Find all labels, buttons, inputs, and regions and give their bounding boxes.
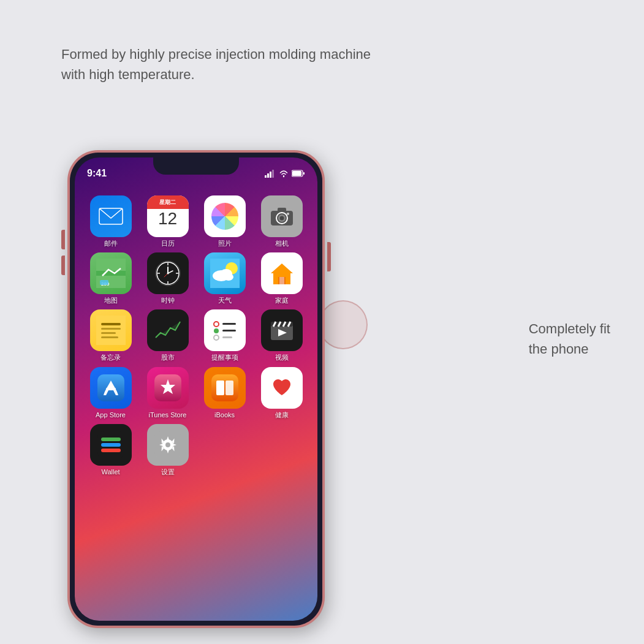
weather-label: 天气: [218, 297, 232, 305]
status-icons: [265, 170, 305, 178]
description-text: Formed by highly precise injection moldi…: [61, 44, 380, 85]
stocks-label: 股市: [161, 354, 175, 362]
svg-rect-58: [106, 388, 116, 390]
home-label: 家庭: [275, 297, 289, 305]
app-item-calendar[interactable]: 星期二 12 日历: [141, 195, 194, 248]
svg-point-33: [224, 273, 233, 281]
svg-rect-69: [101, 449, 121, 452]
videos-icon: [261, 309, 303, 351]
svg-rect-40: [101, 336, 118, 338]
svg-rect-35: [278, 277, 286, 284]
photos-icon: [204, 195, 246, 237]
svg-rect-2: [270, 172, 271, 178]
svg-rect-37: [101, 323, 121, 325]
fit-circle: [319, 300, 368, 349]
reminders-label: 提醒事项: [211, 354, 238, 362]
settings-label: 设置: [161, 468, 175, 476]
mail-label: 邮件: [104, 240, 118, 248]
svg-point-28: [167, 273, 169, 275]
app-item-reminders[interactable]: 提醒事项: [198, 309, 251, 362]
svg-rect-3: [272, 170, 274, 178]
svg-point-14: [287, 213, 289, 215]
app-item-notes[interactable]: 备忘录: [84, 309, 137, 362]
camera-icon: [261, 195, 303, 237]
health-icon: [261, 367, 303, 409]
svg-point-44: [214, 328, 219, 333]
wallet-icon: [90, 424, 132, 466]
health-label: 健康: [275, 411, 289, 419]
app-item-itunes[interactable]: iTunes Store: [141, 367, 194, 419]
clock-label: 时钟: [161, 297, 175, 305]
app-item-weather[interactable]: 天气: [198, 252, 251, 305]
wallet-label: Wallet: [101, 468, 119, 476]
app-item-videos[interactable]: 视频: [255, 309, 308, 362]
app-item-camera[interactable]: 相机: [255, 195, 308, 248]
svg-rect-18: [100, 280, 108, 285]
svg-rect-36: [96, 316, 126, 345]
clock-icon: [147, 252, 189, 294]
mail-icon: [90, 195, 132, 237]
svg-rect-47: [222, 330, 236, 331]
svg-rect-6: [292, 171, 301, 176]
svg-rect-39: [101, 332, 116, 334]
svg-rect-62: [216, 381, 224, 395]
svg-rect-63: [225, 381, 233, 395]
app-item-stocks[interactable]: 股市: [141, 309, 194, 362]
app-item-mail[interactable]: 邮件: [84, 195, 137, 248]
phone-bezel: 9:41: [70, 153, 322, 626]
videos-label: 视频: [275, 354, 289, 362]
calendar-icon: 星期二 12: [147, 195, 189, 237]
svg-rect-38: [101, 328, 121, 330]
app-item-clock[interactable]: 时钟: [141, 252, 194, 305]
battery-icon: [292, 170, 305, 177]
itunes-label: iTunes Store: [149, 411, 187, 419]
app-item-appstore[interactable]: App Store: [84, 367, 137, 419]
svg-point-13: [279, 216, 284, 221]
app-item-wallet[interactable]: Wallet: [84, 424, 137, 476]
svg-rect-68: [101, 443, 121, 447]
svg-rect-48: [222, 336, 232, 338]
phone-device: 9:41: [67, 150, 325, 628]
stocks-icon: [147, 309, 189, 351]
app-item-health[interactable]: 健康: [255, 367, 308, 419]
app-item-home[interactable]: 家庭: [255, 252, 308, 305]
notes-label: 备忘录: [100, 354, 121, 362]
volume-up-button[interactable]: [61, 230, 65, 249]
photos-label: 照片: [218, 240, 232, 248]
svg-rect-67: [101, 438, 121, 441]
ibooks-icon: [204, 367, 246, 409]
svg-rect-1: [267, 173, 269, 178]
svg-rect-46: [222, 323, 236, 325]
settings-icon: [147, 424, 189, 466]
weather-icon: [204, 252, 246, 294]
appstore-icon: [90, 367, 132, 409]
ibooks-label: iBooks: [214, 411, 235, 419]
svg-point-74: [165, 442, 170, 447]
fit-text: Completely fitthe phone: [529, 319, 610, 359]
maps-icon: 280: [90, 252, 132, 294]
volume-down-button[interactable]: [61, 256, 65, 275]
svg-point-4: [283, 175, 284, 176]
maps-label: 地图: [104, 297, 118, 305]
app-item-settings[interactable]: 设置: [141, 424, 194, 476]
appstore-label: App Store: [96, 411, 126, 419]
itunes-icon: [147, 367, 189, 409]
app-item-photos[interactable]: 照片: [198, 195, 251, 248]
signal-icon: [265, 170, 276, 178]
app-grid: 邮件 星期二 12 日历: [75, 189, 317, 621]
status-time: 9:41: [87, 168, 107, 179]
svg-rect-0: [265, 175, 267, 178]
wifi-icon: [279, 170, 289, 178]
svg-rect-10: [278, 208, 286, 212]
svg-rect-7: [303, 172, 305, 175]
home-icon: [261, 252, 303, 294]
calendar-label: 日历: [161, 240, 175, 248]
reminders-icon: [204, 309, 246, 351]
app-item-ibooks[interactable]: iBooks: [198, 367, 251, 419]
phone-notch: [153, 157, 239, 175]
phone-screen: 9:41: [75, 157, 317, 621]
app-item-maps[interactable]: 280 地图: [84, 252, 137, 305]
camera-label: 相机: [275, 240, 289, 248]
power-button[interactable]: [327, 242, 331, 271]
page-container: Formed by highly precise injection moldi…: [0, 0, 644, 644]
